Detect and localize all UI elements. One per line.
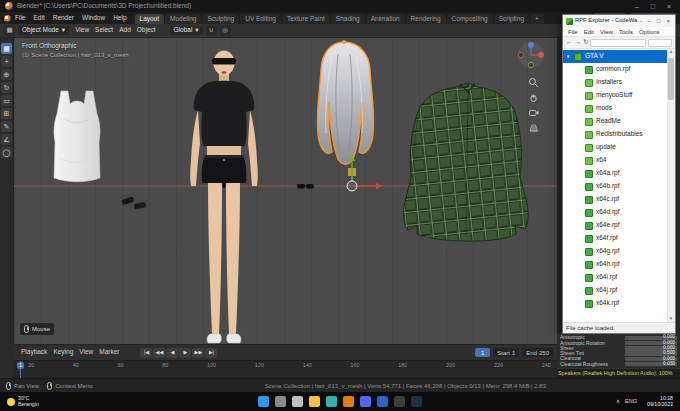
taskbar-app-icon[interactable] <box>292 396 303 407</box>
menu-item[interactable]: File <box>11 15 29 22</box>
playback-button[interactable]: ▶ <box>179 348 191 358</box>
tool-icon[interactable]: + <box>1 56 12 67</box>
minimize-button[interactable]: – <box>631 3 643 10</box>
workspace-tab[interactable]: Texture Paint <box>282 14 330 25</box>
menu-item[interactable]: Select <box>92 27 116 34</box>
snap-magnet-icon[interactable]: ∪ <box>206 25 217 36</box>
tree-item[interactable]: x64f.rpf <box>563 232 675 245</box>
editor-type-icon[interactable]: ▦ <box>4 25 15 36</box>
tree-item[interactable]: x64a.rpf <box>563 167 675 180</box>
tree-item[interactable]: x64j.rpf <box>563 284 675 297</box>
tree-item[interactable]: ReadMe <box>563 115 675 128</box>
workspace-tab[interactable]: Layout <box>135 14 165 25</box>
tool-icon[interactable]: ◯ <box>1 147 12 158</box>
playhead-frame-chip[interactable]: 1 <box>17 362 24 369</box>
current-frame-field[interactable]: 1 <box>475 348 490 357</box>
expand-arrow-icon[interactable]: ▾ <box>565 54 571 59</box>
menu-item[interactable]: Edit <box>29 15 48 22</box>
tree-item[interactable]: mods <box>563 102 675 115</box>
menu-item[interactable]: Window <box>78 15 109 22</box>
taskbar-app-icon[interactable] <box>326 396 337 407</box>
taskbar-app-icon[interactable] <box>343 396 354 407</box>
tree-item[interactable]: x64i.rpf <box>563 271 675 284</box>
menu-item[interactable]: File <box>565 29 581 35</box>
tree-item[interactable]: Installers <box>563 76 675 89</box>
taskbar-app-icon[interactable] <box>309 396 320 407</box>
blender-menu-icon[interactable] <box>4 15 11 22</box>
tool-icon[interactable]: ▭ <box>1 95 12 106</box>
tree-item[interactable]: x64g.rpf <box>563 245 675 258</box>
taskbar-app-icon[interactable] <box>394 396 405 407</box>
character-model[interactable] <box>190 51 258 344</box>
workspace-tab[interactable]: + <box>530 14 544 25</box>
explorer-titlebar[interactable]: RPF Explorer - CodeWalker by ... – □ × <box>563 15 675 27</box>
move-gizmo[interactable] <box>347 154 382 191</box>
taskbar-app-icon[interactable] <box>275 396 286 407</box>
tree-item[interactable]: x64e.rpf <box>563 219 675 232</box>
workspace-tab[interactable]: Modeling <box>165 14 201 25</box>
taskbar-app-icon[interactable] <box>258 396 269 407</box>
playback-button[interactable]: ▶| <box>205 348 217 358</box>
playback-button[interactable]: |◀ <box>140 348 152 358</box>
start-frame-field[interactable]: Start 1 <box>493 348 519 357</box>
tree-item[interactable]: Redistributables <box>563 128 675 141</box>
tree-item[interactable]: x64d.rpf <box>563 206 675 219</box>
tray-icon[interactable]: ∧ <box>616 399 620 405</box>
explorer-minimize-button[interactable]: – <box>646 18 653 24</box>
menu-item[interactable]: View <box>597 29 616 35</box>
explorer-close-button[interactable]: × <box>664 18 672 24</box>
perspective-toggle-icon[interactable] <box>527 121 539 133</box>
hair-model-selected[interactable] <box>317 40 373 164</box>
menu-item[interactable]: Help <box>109 15 130 22</box>
viewport-3d[interactable]: Front Orthographic (1) Scene Collection … <box>14 38 557 344</box>
explorer-maximize-button[interactable]: □ <box>655 18 663 24</box>
tool-icon[interactable]: ⊞ <box>1 108 12 119</box>
navigation-gizmo[interactable] <box>517 41 545 69</box>
pan-hand-icon[interactable] <box>527 91 539 103</box>
tree-item[interactable]: x64h.rpf <box>563 258 675 271</box>
menu-item[interactable]: Marker <box>96 349 122 356</box>
explorer-scrollbar[interactable]: ▲ ▼ <box>667 49 675 322</box>
forward-button[interactable]: → <box>575 39 582 46</box>
taskbar-app-icon[interactable] <box>360 396 371 407</box>
scrollbar-thumb[interactable] <box>668 58 674 100</box>
end-frame-field[interactable]: End 250 <box>522 348 553 357</box>
maximize-button[interactable]: □ <box>647 3 659 10</box>
mode-dropdown[interactable]: Object Mode ▾ <box>18 26 69 36</box>
tree-item[interactable]: menyooStuff <box>563 89 675 102</box>
tree-item[interactable]: x64 <box>563 154 675 167</box>
workspace-tab[interactable]: Shading <box>331 14 365 25</box>
tree-item[interactable]: x64c.rpf <box>563 193 675 206</box>
menu-item[interactable]: Tools <box>616 29 636 35</box>
scroll-down-icon[interactable]: ▼ <box>668 317 674 322</box>
tool-icon[interactable]: ✎ <box>1 121 12 132</box>
orientation-dropdown[interactable]: Global ▾ <box>170 26 203 36</box>
menu-item[interactable]: Object <box>134 27 159 34</box>
zoom-icon[interactable] <box>527 76 539 88</box>
workspace-tab[interactable]: Animation <box>366 14 405 25</box>
menu-item[interactable]: Playback <box>18 349 50 356</box>
tool-icon[interactable]: ⊕ <box>1 69 12 80</box>
menu-item[interactable]: Keying <box>50 349 76 356</box>
shoes-prop[interactable] <box>121 196 146 209</box>
camera-view-icon[interactable] <box>527 106 539 118</box>
menu-item[interactable]: Options <box>636 29 663 35</box>
workspace-tab[interactable]: Sculpting <box>202 14 239 25</box>
tank-top-model[interactable] <box>54 91 100 182</box>
workspace-tab[interactable]: UV Editing <box>240 14 281 25</box>
tree-item[interactable]: update <box>563 141 675 154</box>
workspace-tab[interactable]: Compositing <box>447 14 493 25</box>
menu-item[interactable]: View <box>72 27 92 34</box>
scroll-up-icon[interactable]: ▲ <box>668 50 674 55</box>
menu-item[interactable]: View <box>76 349 96 356</box>
workspace-tab[interactable]: Rendering <box>406 14 446 25</box>
menu-item[interactable]: Render <box>49 15 78 22</box>
tray-icon[interactable]: ENG <box>625 399 637 405</box>
playback-button[interactable]: ◀ <box>166 348 178 358</box>
menu-item[interactable]: Edit <box>581 29 597 35</box>
search-input[interactable] <box>648 39 672 47</box>
plaid-shirt-model[interactable] <box>404 83 528 241</box>
address-bar[interactable] <box>590 39 646 47</box>
tool-icon[interactable]: ▦ <box>1 43 12 54</box>
tool-icon[interactable]: ∠ <box>1 134 12 145</box>
